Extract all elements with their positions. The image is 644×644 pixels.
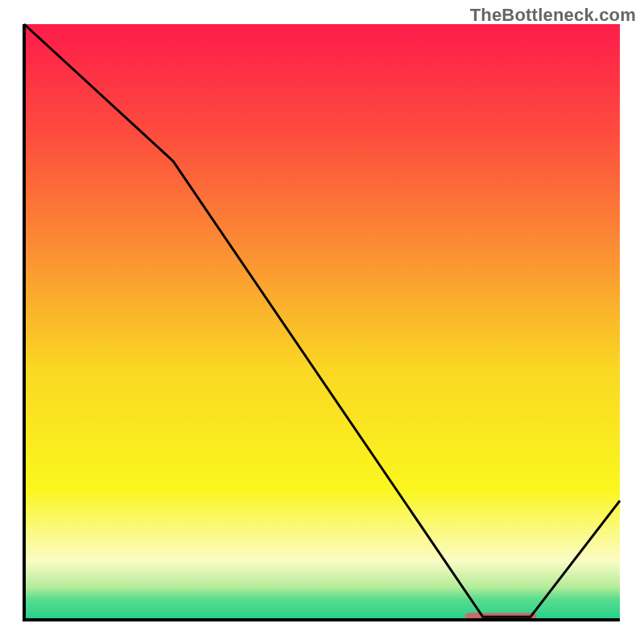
chart-container: TheBottleneck.com: [0, 0, 644, 644]
gradient-background: [24, 24, 620, 620]
bottleneck-chart: [0, 0, 644, 644]
